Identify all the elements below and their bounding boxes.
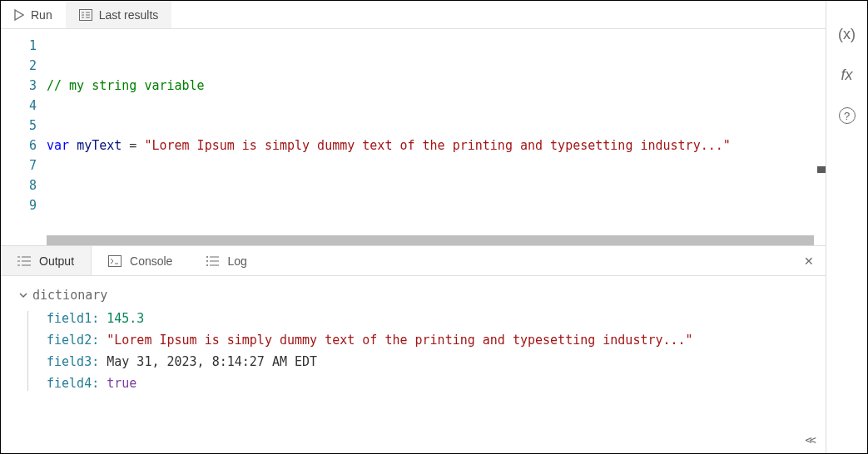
result-key: field3: xyxy=(47,354,99,369)
code-editor[interactable]: 1 2 3 4 5 6 7 8 9 // my string variable … xyxy=(1,29,826,245)
code-token: = xyxy=(122,138,144,153)
result-type-label: dictionary xyxy=(32,288,107,303)
tab-output-label: Output xyxy=(39,254,74,268)
help-icon[interactable]: ? xyxy=(839,107,856,124)
svg-rect-13 xyxy=(109,255,122,266)
play-icon xyxy=(14,9,24,21)
collapse-panel-icon[interactable]: << xyxy=(805,433,814,447)
vertical-scrollbar-track[interactable] xyxy=(814,29,826,245)
top-toolbar: Run Last results xyxy=(1,1,826,29)
result-row: field1: 145.3 xyxy=(47,311,807,326)
result-value: May 31, 2023, 8:14:27 AM EDT xyxy=(107,354,317,369)
result-type-header[interactable]: dictionary xyxy=(19,288,807,303)
code-token: var xyxy=(47,138,69,153)
horizontal-scrollbar[interactable] xyxy=(47,235,814,245)
result-key: field2: xyxy=(47,333,99,348)
close-panel-icon[interactable]: ✕ xyxy=(804,254,814,268)
last-results-label: Last results xyxy=(99,8,159,22)
result-key: field4: xyxy=(47,376,99,391)
line-number: 5 xyxy=(1,116,37,136)
result-row: field2: "Lorem Ipsum is simply dummy tex… xyxy=(47,333,807,348)
dictionary-body: field1: 145.3 field2: "Lorem Ipsum is si… xyxy=(27,311,807,391)
line-number: 3 xyxy=(1,76,37,96)
line-number: 6 xyxy=(1,136,37,155)
tab-log[interactable]: Log xyxy=(189,246,263,275)
tab-console[interactable]: Console xyxy=(92,246,189,275)
main-column: Run Last results 1 2 3 4 5 6 7 8 9 // my… xyxy=(1,1,826,453)
variables-icon[interactable]: (x) xyxy=(838,26,856,43)
result-row: field4: true xyxy=(47,376,807,391)
bottom-panel: Output Console Log ✕ dictionary xyxy=(1,245,826,453)
results-icon xyxy=(79,9,92,21)
line-number: 9 xyxy=(1,195,37,215)
result-value: 145.3 xyxy=(107,311,144,326)
run-button[interactable]: Run xyxy=(1,1,66,28)
result-value: "Lorem Ipsum is simply dummy text of the… xyxy=(107,333,692,348)
functions-icon[interactable]: fx xyxy=(841,67,852,84)
console-icon xyxy=(108,255,122,267)
tab-output[interactable]: Output xyxy=(1,246,92,275)
code-area[interactable]: // my string variable var myText = "Lore… xyxy=(47,29,826,245)
svg-point-15 xyxy=(206,256,208,258)
log-icon xyxy=(206,255,219,267)
chevron-down-icon xyxy=(19,291,27,299)
svg-point-17 xyxy=(206,260,208,262)
vertical-scrollbar-thumb[interactable] xyxy=(817,166,826,173)
code-token: myText xyxy=(77,138,122,153)
code-token: // my string variable xyxy=(47,78,205,93)
run-label: Run xyxy=(31,8,52,22)
result-key: field1: xyxy=(47,311,99,326)
result-value: true xyxy=(107,376,136,391)
tab-console-label: Console xyxy=(130,254,172,268)
svg-point-19 xyxy=(206,264,208,266)
results-area: dictionary field1: 145.3 field2: "Lorem … xyxy=(1,276,826,453)
line-number: 1 xyxy=(1,36,37,56)
line-number: 7 xyxy=(1,155,37,175)
line-gutter: 1 2 3 4 5 6 7 8 9 xyxy=(1,29,47,245)
bottom-tabs: Output Console Log ✕ xyxy=(1,246,826,276)
tab-log-label: Log xyxy=(227,254,246,268)
line-number: 8 xyxy=(1,175,37,195)
line-number: 4 xyxy=(1,96,37,116)
side-toolbar: (x) fx ? xyxy=(826,1,867,453)
code-token: "Lorem Ipsum is simply dummy text of the… xyxy=(144,138,730,153)
output-list-icon xyxy=(17,255,31,267)
line-number: 2 xyxy=(1,56,37,76)
result-row: field3: May 31, 2023, 8:14:27 AM EDT xyxy=(47,354,807,369)
last-results-button[interactable]: Last results xyxy=(66,1,172,28)
